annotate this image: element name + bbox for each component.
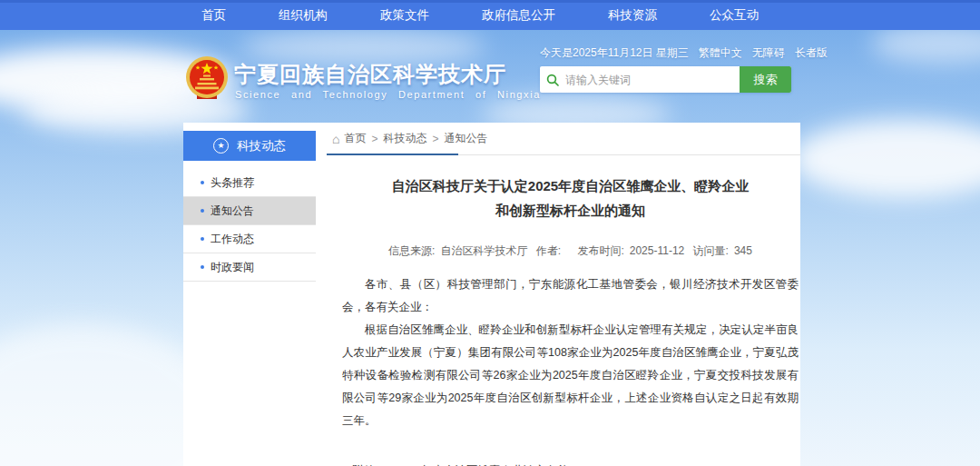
bullet-dot-icon — [201, 209, 204, 213]
breadcrumb-separator: > — [432, 133, 438, 145]
sidebar-header: ★ 科技动态 — [183, 131, 316, 161]
visits-count: 345 — [734, 244, 752, 257]
main-content: ⌂ 首页 > 科技动态 > 通知公告 自治区科技厅关于认定2025年度自治区雏鹰… — [327, 123, 800, 155]
breadcrumb-home[interactable]: 首页 — [344, 131, 366, 146]
nav-item-gov-info-disclosure[interactable]: 政府信息公开 — [482, 7, 555, 24]
home-icon: ⌂ — [332, 133, 339, 145]
nav-item-policy-documents[interactable]: 政策文件 — [380, 7, 429, 24]
breadcrumb-category[interactable]: 科技动态 — [383, 131, 426, 146]
sidebar-item-headlines[interactable]: 头条推荐 — [183, 169, 316, 197]
article-paragraph: 各市、县（区）科技管理部门，宁东能源化工基地管委会，银川经济技术开发区管委会，各… — [342, 273, 799, 319]
accessibility-link[interactable]: 无障碍 — [752, 45, 785, 61]
source-value: 自治区科学技术厅 — [440, 244, 527, 257]
author-label: 作者: — [536, 244, 561, 257]
breadcrumb-current: 通知公告 — [445, 131, 488, 146]
sidebar-item-label: 时政要闻 — [211, 260, 254, 275]
sidebar-item-current-politics[interactable]: 时政要闻 — [183, 253, 316, 282]
sidebar-item-label: 通知公告 — [211, 203, 254, 219]
article: 自治区科技厅关于认定2025年度自治区雏鹰企业、瞪羚企业 和创新型标杆企业的通知… — [342, 155, 799, 466]
nav-item-tech-resources[interactable]: 科技资源 — [608, 7, 657, 24]
search-icon — [540, 66, 565, 93]
circular-arrow-star-icon: ★ — [213, 138, 229, 154]
nav-item-organization[interactable]: 组织机构 — [279, 7, 328, 24]
search-input[interactable] — [565, 66, 740, 93]
article-body: 各市、县（区）科技管理部门，宁东能源化工基地管委会，银川经济技术开发区管委会，各… — [342, 273, 799, 432]
breadcrumb: ⌂ 首页 > 科技动态 > 通知公告 — [327, 123, 800, 155]
breadcrumb-separator: > — [371, 133, 377, 145]
search-bar: 搜索 — [540, 66, 791, 93]
today-date-text: 今天是2025年11月12日 星期三 — [540, 45, 689, 61]
sidebar-title: 科技动态 — [237, 138, 286, 154]
content-panel: ★ 科技动态 头条推荐 通知公告 工作动态 时政要闻 ⌂ — [183, 123, 800, 466]
sidebar-item-label: 头条推荐 — [211, 175, 254, 191]
source-label: 信息来源: — [388, 244, 435, 257]
sidebar-item-work-news[interactable]: 工作动态 — [183, 225, 316, 253]
attachment-link[interactable]: 1.2025年度自治区雏鹰企业认定名单 — [387, 461, 603, 466]
national-emblem-logo — [184, 55, 230, 101]
attachments-label: 附件： — [352, 461, 387, 466]
sidebar-item-label: 工作动态 — [211, 232, 254, 247]
publish-date: 2025-11-12 — [630, 244, 685, 257]
bullet-dot-icon — [201, 265, 204, 269]
visits-label: 访问量: — [693, 244, 729, 257]
publish-label: 发布时间: — [577, 244, 623, 257]
bullet-dot-icon — [201, 181, 204, 184]
elder-version-link[interactable]: 长者版 — [795, 45, 828, 61]
traditional-chinese-link[interactable]: 繁體中文 — [699, 45, 742, 61]
article-meta: 信息来源:自治区科学技术厅 作者: 发布时间:2025-11-12 访问量:34… — [342, 243, 799, 259]
site-title: 宁夏回族自治区科学技术厅 — [234, 60, 506, 89]
search-button[interactable]: 搜索 — [740, 66, 791, 93]
sidebar-item-notices[interactable]: 通知公告 — [183, 197, 316, 225]
cloud-decoration — [240, 31, 485, 64]
nav-item-home[interactable]: 首页 — [201, 7, 226, 24]
site-subtitle: Science and Technology Department of Nin… — [235, 89, 541, 100]
article-title-line1: 自治区科技厅关于认定2025年度自治区雏鹰企业、瞪羚企业 — [342, 174, 799, 198]
article-paragraph: 根据自治区雏鹰企业、瞪羚企业和创新型标杆企业认定管理有关规定，决定认定半亩良人农… — [342, 319, 799, 432]
attachments-block: 附件： 1.2025年度自治区雏鹰企业认定名单 2.2025年度自治区瞪羚企业认… — [342, 461, 799, 466]
bullet-dot-icon — [201, 237, 204, 241]
cloud-decoration — [791, 120, 980, 198]
top-nav: 首页 组织机构 政策文件 政府信息公开 科技资源 公众互动 — [0, 0, 980, 30]
nav-item-public-interaction[interactable]: 公众互动 — [710, 7, 759, 24]
article-title-line2: 和创新型标杆企业的通知 — [342, 198, 799, 223]
sidebar: ★ 科技动态 头条推荐 通知公告 工作动态 时政要闻 — [183, 123, 316, 282]
article-title: 自治区科技厅关于认定2025年度自治区雏鹰企业、瞪羚企业 和创新型标杆企业的通知 — [342, 174, 799, 223]
header-topbar: 今天是2025年11月12日 星期三 繁體中文 无障碍 长者版 — [540, 45, 792, 60]
attachments-list: 1.2025年度自治区雏鹰企业认定名单 2.2025年度自治区瞪羚企业认定名单 … — [387, 461, 603, 466]
